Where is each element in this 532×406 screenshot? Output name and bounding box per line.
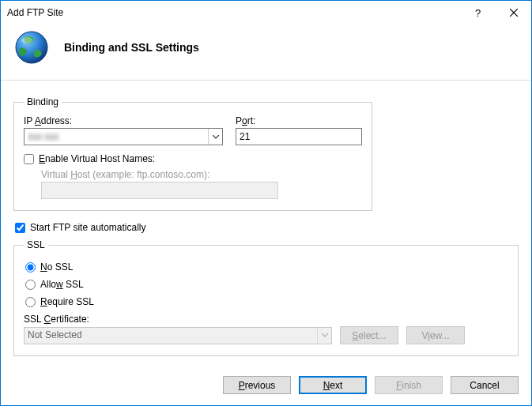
svg-point-3 xyxy=(21,37,32,43)
binding-legend: Binding xyxy=(24,96,62,107)
ssl-group: SSL No SSL Allow SSL Require SSL SSL Cer… xyxy=(13,239,519,356)
globe-icon xyxy=(13,29,50,66)
enable-virtual-host-label: Enable Virtual Host Names: xyxy=(39,153,155,164)
virtual-host-label: Virtual Host (example: ftp.contoso.com): xyxy=(41,169,362,180)
start-automatically-checkbox[interactable] xyxy=(15,223,25,233)
chevron-down-icon[interactable] xyxy=(208,129,222,145)
cancel-button[interactable]: Cancel xyxy=(451,376,519,394)
port-input[interactable] xyxy=(236,128,362,145)
binding-group: Binding IP Address: Port: xyxy=(13,96,372,211)
wizard-header: Binding and SSL Settings xyxy=(1,24,531,81)
no-ssl-radio[interactable] xyxy=(25,262,36,273)
ssl-certificate-label: SSL Certificate: xyxy=(24,314,508,325)
require-ssl-radio[interactable] xyxy=(25,297,36,307)
ssl-legend: SSL xyxy=(24,239,48,250)
no-ssl-label: No SSL xyxy=(40,261,73,273)
page-title: Binding and SSL Settings xyxy=(64,41,199,54)
ip-address-combo[interactable] xyxy=(24,128,223,145)
dialog-window: Add FTP Site ? Binding and SSL Settings xyxy=(0,0,532,406)
finish-button: Finish xyxy=(375,376,443,394)
port-label: Port: xyxy=(236,115,362,126)
ip-address-label: IP Address: xyxy=(24,115,223,126)
select-certificate-button: Select... xyxy=(340,326,398,344)
ip-address-input[interactable] xyxy=(25,129,208,145)
allow-ssl-radio[interactable] xyxy=(25,280,36,290)
help-button[interactable]: ? xyxy=(460,1,496,24)
svg-point-2 xyxy=(16,32,47,63)
wizard-footer: Previous Next Finish Cancel xyxy=(223,376,519,394)
window-title: Add FTP Site xyxy=(7,7,460,18)
start-automatically-label: Start FTP site automatically xyxy=(30,222,146,233)
previous-button[interactable]: Previous xyxy=(223,376,291,394)
close-button[interactable] xyxy=(496,1,531,24)
ssl-certificate-combo: Not Selected xyxy=(24,327,332,344)
enable-virtual-host-checkbox[interactable] xyxy=(24,154,34,164)
next-button[interactable]: Next xyxy=(299,376,367,394)
chevron-down-icon xyxy=(317,328,331,344)
view-certificate-button: View... xyxy=(406,326,465,344)
ssl-certificate-value: Not Selected xyxy=(25,328,317,344)
content-area: Binding IP Address: Port: xyxy=(1,81,531,356)
titlebar: Add FTP Site ? xyxy=(1,1,531,24)
help-icon: ? xyxy=(475,7,481,19)
virtual-host-input xyxy=(41,182,278,199)
close-icon xyxy=(510,9,518,17)
require-ssl-label: Require SSL xyxy=(40,296,94,307)
allow-ssl-label: Allow SSL xyxy=(40,279,84,290)
